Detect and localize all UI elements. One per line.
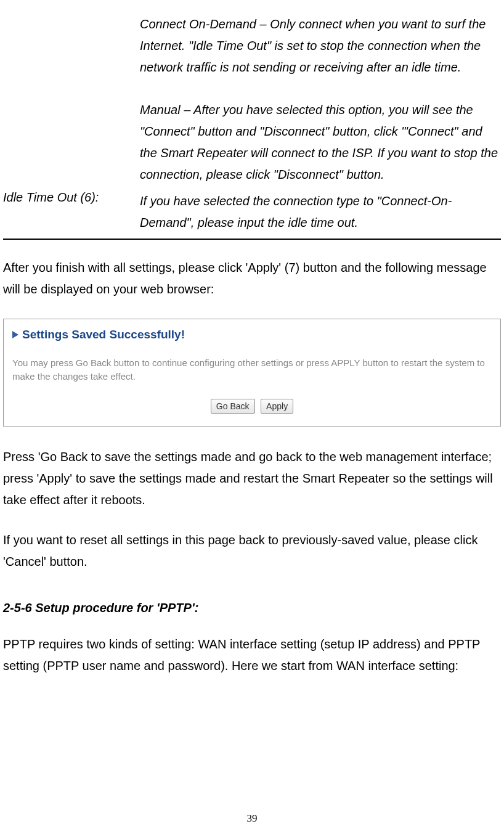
pptp-intro-text: PPTP requires two kinds of setting: WAN …: [3, 634, 501, 677]
go-back-button[interactable]: Go Back: [211, 399, 255, 414]
press-goback-text: Press 'Go Back to save the settings made…: [3, 446, 501, 511]
panel-description: You may press Go Back button to continue…: [12, 356, 492, 383]
reset-text: If you want to reset all settings in thi…: [3, 529, 501, 573]
definition-label-empty: [3, 14, 140, 186]
section-divider: [3, 239, 501, 240]
after-settings-text: After you finish with all settings, plea…: [3, 257, 501, 300]
idle-timeout-label: Idle Time Out (6):: [3, 190, 140, 234]
page-number: 39: [0, 812, 504, 825]
connection-modes-description: Connect On-Demand – Only connect when yo…: [140, 14, 501, 186]
section-heading-pptp: 2-5-6 Setup procedure for 'PPTP':: [3, 601, 501, 615]
apply-button[interactable]: Apply: [261, 399, 293, 414]
idle-timeout-desc: If you have selected the connection type…: [140, 190, 501, 234]
connect-on-demand-desc: Connect On-Demand – Only connect when yo…: [140, 14, 501, 78]
settings-saved-panel: Settings Saved Successfully! You may pre…: [3, 319, 501, 427]
manual-desc: Manual – After you have selected this op…: [140, 99, 501, 186]
arrow-right-icon: [12, 331, 18, 338]
panel-title: Settings Saved Successfully!: [22, 328, 185, 341]
